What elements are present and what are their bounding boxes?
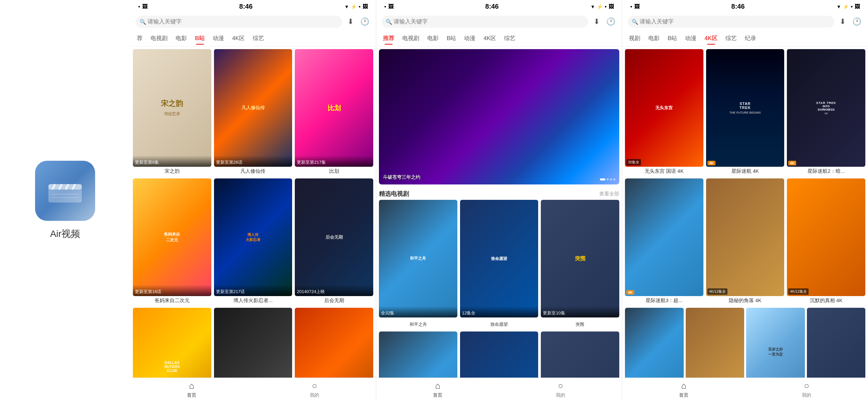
card-startrek3[interactable]: 4K xyxy=(625,178,704,296)
card-baisuihao[interactable]: 百岁之好一言为定 xyxy=(746,308,805,378)
card-hidden[interactable]: 4K/12集全 xyxy=(706,178,784,296)
card-peace2[interactable] xyxy=(379,332,457,378)
list-item: 后会无期 20140724上映 后会无期 xyxy=(295,178,373,304)
tab-variety-1[interactable]: 综艺 xyxy=(249,32,268,45)
card-dark3[interactable] xyxy=(295,308,373,378)
history-icon-3[interactable]: 🕐 xyxy=(851,16,863,27)
tab-movie-1[interactable]: 电影 xyxy=(172,32,191,45)
nav-mine-1[interactable]: ○ 我的 xyxy=(253,381,376,398)
search-wrapper-2[interactable]: 🔍 xyxy=(381,16,588,28)
search-icon-2: 🔍 xyxy=(385,19,392,25)
card-badge: 更新至10集 xyxy=(541,306,619,317)
card-badge: 12集全 xyxy=(460,306,538,317)
card-tuwai[interactable]: 突围 更新至10集 xyxy=(541,200,619,317)
card-title: 凡人修仙传 xyxy=(214,168,292,174)
tab-variety-3[interactable]: 综艺 xyxy=(721,32,741,45)
card-baba[interactable]: 爸妈来自二次元 更新至第16话 xyxy=(133,178,211,296)
tab-movie-2[interactable]: 电影 xyxy=(423,32,443,45)
card-badge: 更新至第6集 xyxy=(133,155,211,167)
card-badge: 更新至第16话 xyxy=(133,285,211,296)
list-item xyxy=(686,308,744,378)
status-bar-3: ▪ 🖼 8:46 ▼ ⚡ ▪ 🖼 xyxy=(622,0,868,13)
card-houseun[interactable]: 后会无期 20140724上映 xyxy=(295,178,373,296)
card-b2[interactable] xyxy=(686,308,744,378)
search-input-1[interactable] xyxy=(135,16,342,28)
search-bar-3: 🔍 ⬇ 🕐 xyxy=(622,13,868,30)
app-name: Air视频 xyxy=(50,228,80,240)
search-icon-3: 🔍 xyxy=(632,19,638,25)
tab-anime-2[interactable]: 动漫 xyxy=(460,32,479,45)
bottom-row-4k: 百岁之好一言为定 xyxy=(625,308,865,378)
card-bihua[interactable]: 比划 更新至第217集 xyxy=(295,49,373,167)
time-3: 8:46 xyxy=(732,3,745,10)
section-more-tv[interactable]: 查看全部 xyxy=(599,191,619,197)
panel-bsite: ▪ 🖼 8:46 ▼ ⚡ ▪ 🖼 🔍 ⬇ 🕐 荐 电视剧 电影 xyxy=(130,0,376,401)
nav-home-1[interactable]: ⌂ 首页 xyxy=(130,381,253,398)
card-wutou[interactable]: 无头东宫 30集全 xyxy=(625,49,704,167)
search-bar-2: 🔍 ⬇ 🕐 xyxy=(376,13,622,30)
nav-mine-3[interactable]: ○ 我的 xyxy=(745,381,868,398)
tab-4k-2[interactable]: 4K区 xyxy=(479,32,500,45)
search-input-2[interactable] xyxy=(381,16,588,28)
app-sidebar: Air视频 xyxy=(0,0,130,401)
download-icon-2[interactable]: ⬇ xyxy=(592,16,601,27)
tab-tv-1[interactable]: 电视剧 xyxy=(147,32,172,45)
card-badge: 更新至第217集 xyxy=(295,155,373,167)
download-icon-1[interactable]: ⬇ xyxy=(346,16,355,27)
featured-banner[interactable]: 斗破苍穹三年之约 xyxy=(379,49,619,184)
card-fanren[interactable]: 凡人修仙传 更新至第26话 xyxy=(214,49,292,167)
card-startrek2[interactable]: STAR TREK INTO DARKNESS 3D 4K xyxy=(787,49,865,167)
card-badge: 更新至第217话 xyxy=(214,285,292,296)
tab-doc-3[interactable]: 纪录 xyxy=(741,32,760,45)
tab-movie-3[interactable]: 电影 xyxy=(644,32,664,45)
nav-tabs-3: 视剧 电影 B站 动漫 4K区 综艺 纪录 xyxy=(622,30,868,47)
search-wrapper-3[interactable]: 🔍 xyxy=(628,16,834,28)
card-dallas[interactable]: DALLASBUYERSCLUB xyxy=(133,308,211,378)
card-title-silent: 沉默的真相 4K xyxy=(787,297,865,304)
tab-4k-3[interactable]: 4K区 xyxy=(701,32,721,45)
tab-anime-3[interactable]: 动漫 xyxy=(681,32,701,45)
card-boruto[interactable]: 博人传火影忍者 更新至第217话 xyxy=(214,178,292,296)
card-title: 比划 xyxy=(295,168,373,174)
history-icon-2[interactable]: 🕐 xyxy=(605,16,617,27)
nav-tabs-1: 荐 电视剧 电影 B站 动漫 4K区 综艺 xyxy=(130,30,376,47)
nav-mine-2[interactable]: ○ 我的 xyxy=(499,381,622,398)
tab-bsite-2[interactable]: B站 xyxy=(443,32,460,45)
card-fatal2[interactable] xyxy=(460,332,538,378)
card-b4[interactable] xyxy=(807,308,866,378)
card-tuwai2[interactable] xyxy=(541,332,619,378)
tab-rec-2[interactable]: 推荐 xyxy=(379,32,398,45)
tab-bsite-3[interactable]: B站 xyxy=(664,32,681,45)
nav-home-label-1: 首页 xyxy=(187,392,196,398)
nav-home-2[interactable]: ⌂ 首页 xyxy=(376,381,499,398)
user-icon-1: ○ xyxy=(312,381,317,391)
card-dark2[interactable] xyxy=(214,308,292,378)
search-bar-1: 🔍 ⬇ 🕐 xyxy=(130,13,376,30)
list-item: 致命愿望 12集全 xyxy=(460,200,538,317)
tab-4k-1[interactable]: 4K区 xyxy=(228,32,249,45)
time-1: 8:46 xyxy=(239,3,253,10)
tab-bsite-1[interactable]: B站 xyxy=(191,32,209,45)
user-icon-2: ○ xyxy=(558,381,563,391)
download-icon-3[interactable]: ⬇ xyxy=(838,16,847,27)
tab-anime-1[interactable]: 动漫 xyxy=(209,32,228,45)
card-songzhiyun[interactable]: 宋之韵 书法艺术 更新至第6集 xyxy=(133,49,211,167)
bottom-nav-3: ⌂ 首页 ○ 我的 xyxy=(622,378,868,401)
search-wrapper-1[interactable]: 🔍 xyxy=(135,16,342,28)
card-peace[interactable]: 和平之舟 全32集 xyxy=(379,200,457,317)
nav-home-3[interactable]: ⌂ 首页 xyxy=(622,381,745,398)
search-input-3[interactable] xyxy=(628,16,834,28)
tv-cards-grid: 和平之舟 全32集 致命愿望 12集全 突围 xyxy=(379,200,619,317)
card-startrek[interactable]: STARTREK THE FUTURE BEGINS 4K xyxy=(706,49,784,167)
card-b1[interactable] xyxy=(625,308,684,378)
tab-rec-1[interactable]: 荐 xyxy=(133,32,147,45)
tab-tv-2[interactable]: 电视剧 xyxy=(398,32,423,45)
history-icon-1[interactable]: 🕐 xyxy=(359,16,371,27)
nav-mine-label-1: 我的 xyxy=(310,392,319,398)
search-icon-1: 🔍 xyxy=(140,19,146,25)
tab-variety-2[interactable]: 综艺 xyxy=(500,32,520,45)
card-fatal[interactable]: 致命愿望 12集全 xyxy=(460,200,538,317)
tab-tv-3[interactable]: 视剧 xyxy=(625,32,644,45)
card-silent[interactable]: 4K/12集全 xyxy=(787,178,865,296)
card-title: 后会无期 xyxy=(295,297,373,304)
